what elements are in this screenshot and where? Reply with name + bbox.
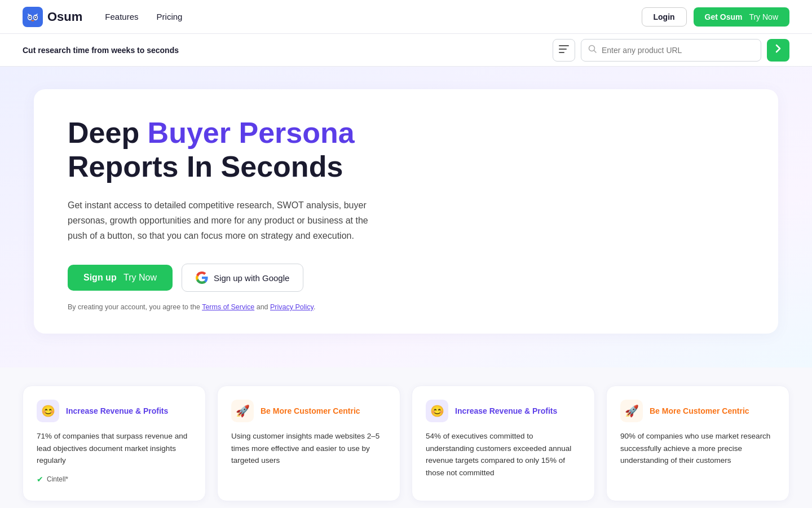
svg-rect-8 — [559, 49, 567, 50]
feature-body: Using customer insights made websites 2–… — [231, 430, 386, 467]
filter-button[interactable] — [553, 39, 575, 62]
search-area — [553, 39, 789, 62]
signup-label: Sign up — [83, 273, 117, 283]
svg-point-5 — [29, 16, 30, 18]
main-content: Deep Buyer Persona Reports In Seconds Ge… — [0, 67, 812, 367]
check-icon: ✔ — [37, 475, 43, 484]
nav-actions: Login Get Osum Try Now — [642, 7, 790, 27]
signup-google-button[interactable]: Sign up with Google — [182, 264, 303, 292]
feature-card: 😊 Increase Revenue & Profits 54% of exec… — [412, 386, 595, 501]
features-section: 😊 Increase Revenue & Profits 71% of comp… — [0, 367, 812, 508]
search-box — [581, 39, 761, 62]
subbar-text: Cut research time from weeks to seconds — [23, 46, 179, 55]
hero-title-plain: Deep — [68, 116, 148, 149]
feature-card: 🚀 Be More Customer Centric 90% of compan… — [606, 386, 789, 501]
features-grid: 😊 Increase Revenue & Profits 71% of comp… — [23, 386, 789, 501]
get-osum-trynow: Try Now — [749, 12, 778, 21]
privacy-policy-link[interactable]: Privacy Policy — [270, 303, 314, 311]
svg-rect-0 — [23, 7, 43, 27]
svg-rect-9 — [559, 52, 564, 53]
get-osum-label: Get Osum — [705, 12, 743, 21]
feature-icon: 🚀 — [620, 400, 643, 422]
chevron-right-icon — [775, 44, 781, 56]
terms-text: By creating your account, you agree to t… — [68, 303, 744, 311]
feature-body: 71% of companies that surpass revenue an… — [37, 430, 192, 467]
svg-rect-7 — [559, 45, 569, 46]
hero-title: Deep Buyer Persona Reports In Seconds — [68, 116, 744, 184]
feature-title: Increase Revenue & Profits — [66, 406, 168, 415]
filter-icon — [559, 45, 569, 55]
terms-of-service-link[interactable]: Terms of Service — [202, 303, 254, 311]
feature-card-header: 😊 Increase Revenue & Profits — [426, 400, 581, 422]
login-button[interactable]: Login — [642, 7, 687, 27]
nav-links: Features Pricing — [105, 12, 641, 21]
logo-text: Osum — [47, 10, 82, 24]
osum-logo-icon — [23, 7, 43, 27]
feature-source: ✔Cintell* — [37, 475, 192, 484]
feature-title: Be More Customer Centric — [261, 406, 360, 415]
logo[interactable]: Osum — [23, 7, 82, 27]
hero-card: Deep Buyer Persona Reports In Seconds Ge… — [34, 89, 778, 334]
source-text: Cintell* — [47, 475, 68, 483]
google-logo-icon — [196, 271, 208, 284]
hero-title-highlight: Buyer Persona — [148, 116, 355, 149]
feature-card: 🚀 Be More Customer Centric Using custome… — [217, 386, 400, 501]
hero-description: Get instant access to detailed competiti… — [68, 198, 383, 244]
feature-card-header: 🚀 Be More Customer Centric — [620, 400, 775, 422]
search-icon — [588, 45, 597, 56]
search-go-button[interactable] — [767, 39, 789, 62]
feature-icon: 😊 — [426, 400, 448, 422]
signup-now-button[interactable]: Sign up Try Now — [68, 265, 173, 291]
feature-title: Be More Customer Centric — [650, 406, 749, 415]
nav-link-pricing[interactable]: Pricing — [157, 12, 183, 21]
feature-title: Increase Revenue & Profits — [455, 406, 557, 415]
subbar: Cut research time from weeks to seconds — [0, 34, 812, 67]
nav-link-features[interactable]: Features — [105, 12, 138, 21]
signup-trynow: Try Now — [123, 273, 157, 283]
google-signup-label: Sign up with Google — [214, 273, 289, 283]
feature-card-header: 🚀 Be More Customer Centric — [231, 400, 386, 422]
feature-body: 54% of executives committed to understan… — [426, 430, 581, 479]
hero-title-line2: Reports In Seconds — [68, 150, 343, 183]
feature-card: 😊 Increase Revenue & Profits 71% of comp… — [23, 386, 206, 501]
feature-icon: 😊 — [37, 400, 59, 422]
search-input[interactable] — [602, 46, 754, 55]
feature-body: 90% of companies who use market research… — [620, 430, 775, 467]
svg-point-6 — [35, 16, 36, 18]
navbar: Osum Features Pricing Login Get Osum Try… — [0, 0, 812, 34]
feature-card-header: 😊 Increase Revenue & Profits — [37, 400, 192, 422]
hero-buttons: Sign up Try Now Sign up with Google — [68, 264, 744, 292]
feature-icon: 🚀 — [231, 400, 254, 422]
get-osum-button[interactable]: Get Osum Try Now — [694, 7, 789, 27]
